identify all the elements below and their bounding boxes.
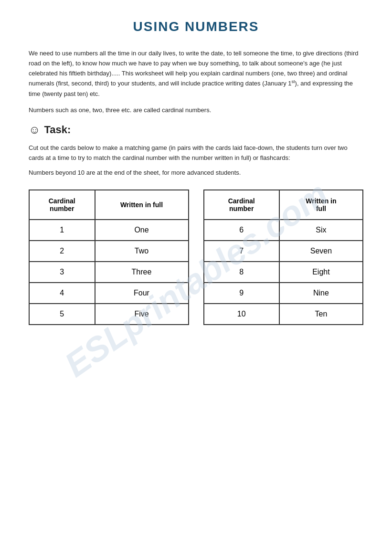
table1-word-4: Four — [95, 283, 189, 304]
table-row: 6 Six — [204, 220, 363, 241]
table2-word-8: Eight — [279, 262, 363, 283]
table-row: 4 Four — [29, 283, 189, 304]
tables-container: Cardinalnumber Written in full 1 One 2 T… — [29, 190, 363, 325]
table1-word-2: Two — [95, 241, 189, 262]
intro-paragraph: We need to use numbers all the time in o… — [29, 49, 363, 99]
table-row: 2 Two — [29, 241, 189, 262]
table2-word-6: Six — [279, 220, 363, 241]
table-row: 7 Seven — [204, 241, 363, 262]
table2-num-9: 9 — [204, 283, 279, 304]
table1-num-3: 3 — [29, 262, 95, 283]
table1-num-1: 1 — [29, 220, 95, 241]
table2-header-col1: Cardinalnumber — [204, 190, 279, 220]
table2-header-col2: Written infull — [279, 190, 363, 220]
smiley-icon: ☺ — [29, 123, 41, 137]
table2-num-7: 7 — [204, 241, 279, 262]
table2-word-7: Seven — [279, 241, 363, 262]
page-title: USING NUMBERS — [29, 19, 363, 34]
table2-word-9: Nine — [279, 283, 363, 304]
table-row: 10 Ten — [204, 304, 363, 325]
table-row: 3 Three — [29, 262, 189, 283]
table2-word-10: Ten — [279, 304, 363, 325]
table1-header-col1: Cardinalnumber — [29, 190, 95, 220]
table1-header-col2: Written in full — [95, 190, 189, 220]
table1-num-2: 2 — [29, 241, 95, 262]
table1-word-5: Five — [95, 304, 189, 325]
table1-word-3: Three — [95, 262, 189, 283]
table-row: 5 Five — [29, 304, 189, 325]
table2-num-10: 10 — [204, 304, 279, 325]
advanced-note: Numbers beyond 10 are at the end of the … — [29, 169, 363, 176]
table2-num-8: 8 — [204, 262, 279, 283]
task-label: Task: — [44, 124, 71, 136]
table-right: Cardinalnumber Written infull 6 Six 7 Se… — [203, 190, 364, 325]
table-row: 8 Eight — [204, 262, 363, 283]
table-left: Cardinalnumber Written in full 1 One 2 T… — [29, 190, 189, 325]
table-row: 9 Nine — [204, 283, 363, 304]
table-row: 1 One — [29, 220, 189, 241]
task-description: Cut out the cards below to make a matchi… — [29, 143, 363, 163]
table2-num-6: 6 — [204, 220, 279, 241]
table1-num-4: 4 — [29, 283, 95, 304]
table1-word-1: One — [95, 220, 189, 241]
cardinal-note: Numbers such as one, two, three etc. are… — [29, 106, 363, 114]
table1-num-5: 5 — [29, 304, 95, 325]
task-heading: ☺ Task: — [29, 123, 363, 137]
